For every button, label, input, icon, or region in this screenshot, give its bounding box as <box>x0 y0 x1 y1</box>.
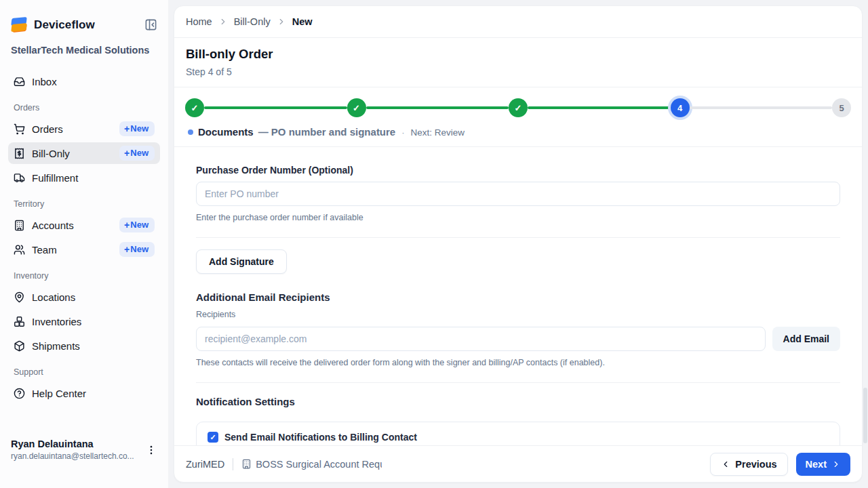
section-label-inventory: Inventory <box>14 271 155 281</box>
chevron-right-icon <box>277 17 286 26</box>
chevron-right-icon <box>831 460 841 469</box>
sidebar-item-accounts[interactable]: Accounts +New <box>8 214 160 236</box>
recipients-label: Recipients <box>196 310 840 319</box>
po-number-helper: Enter the purchase order number if avail… <box>196 213 840 222</box>
sidebar-item-label: Help Center <box>32 388 155 399</box>
new-bill-only-badge[interactable]: +New <box>119 146 155 161</box>
sidebar-item-label: Inventories <box>32 316 155 327</box>
caption-separator: · <box>401 127 404 138</box>
notification-settings-heading: Notification Settings <box>196 396 840 407</box>
main-area: Home Bill-Only New Bill-only Order Step … <box>168 0 868 488</box>
breadcrumb-bill-only[interactable]: Bill-Only <box>234 16 271 27</box>
plus-icon: + <box>124 220 130 230</box>
sidebar-item-label: Accounts <box>32 220 113 231</box>
new-orders-badge[interactable]: +New <box>119 121 155 136</box>
check-icon: ✓ <box>515 103 522 113</box>
check-icon: ✓ <box>191 103 199 113</box>
new-account-badge[interactable]: +New <box>119 218 155 232</box>
sidebar-nav: Inbox Orders Orders +New Bill-Only +New … <box>0 70 168 407</box>
sidebar-item-label: Bill-Only <box>32 148 113 159</box>
billing-checkbox-row: ✓ Send Email Notifications to Billing Co… <box>208 432 829 443</box>
package-icon <box>14 340 25 352</box>
plus-icon: + <box>124 245 130 254</box>
sidebar-item-label: Inbox <box>32 76 155 87</box>
stepper-section: ✓ ✓ ✓ 4 5 Documents — PO number and sign… <box>174 87 862 147</box>
plus-icon: + <box>124 124 130 134</box>
page-title: Bill-only Order <box>186 47 850 62</box>
next-button[interactable]: Next <box>796 453 850 476</box>
step-4-current: 4 <box>671 98 690 117</box>
user-menu-button[interactable] <box>145 444 157 456</box>
plus-icon: + <box>124 148 130 158</box>
vendor-name: ZuriMED <box>186 459 224 470</box>
step-connector <box>204 106 347 109</box>
recipients-input-row: Add Email <box>196 327 840 351</box>
add-signature-button[interactable]: Add Signature <box>196 249 287 274</box>
sidebar-item-inbox[interactable]: Inbox <box>8 70 160 92</box>
next-step-hint: Next: Review <box>411 127 465 138</box>
previous-button[interactable]: Previous <box>710 453 787 476</box>
sidebar-item-inventories[interactable]: Inventories <box>8 310 160 332</box>
step-connector <box>528 106 671 109</box>
step-indicator: Step 4 of 5 <box>186 66 850 77</box>
user-profile[interactable]: Ryan Delauintana ryan.delauintana@stella… <box>0 429 168 488</box>
sidebar-item-orders[interactable]: Orders +New <box>8 118 160 140</box>
sidebar-item-shipments[interactable]: Shipments <box>8 335 160 357</box>
app-name: Deviceflow <box>34 18 138 32</box>
po-number-input[interactable] <box>196 182 840 206</box>
user-info: Ryan Delauintana ryan.delauintana@stella… <box>11 439 145 461</box>
step-connector <box>366 106 509 109</box>
sidebar-item-label: Fulfillment <box>32 172 155 184</box>
building-icon <box>14 220 25 231</box>
sidebar-item-fulfillment[interactable]: Fulfillment <box>8 167 160 188</box>
sidebar-item-label: Team <box>32 244 113 256</box>
step-2-complete: ✓ <box>347 98 366 117</box>
current-step-description: — PO number and signature <box>258 126 396 138</box>
sidebar-item-locations[interactable]: Locations <box>8 286 160 308</box>
breadcrumb-new: New <box>292 16 313 27</box>
current-step-caption: Documents — PO number and signature · Ne… <box>185 126 851 138</box>
current-step-name: Documents <box>198 126 254 138</box>
sidebar-item-help-center[interactable]: Help Center <box>8 382 160 404</box>
chevron-left-icon <box>721 460 730 469</box>
step-1-complete: ✓ <box>185 98 204 117</box>
recipient-email-input[interactable] <box>196 327 766 351</box>
logo-row: Deviceflow <box>11 16 157 33</box>
current-step-dot-icon <box>188 129 193 135</box>
breadcrumb: Home Bill-Only New <box>174 6 862 38</box>
check-icon: ✓ <box>353 103 360 113</box>
chevron-right-icon <box>218 17 228 26</box>
map-pin-icon <box>14 291 25 303</box>
add-email-button[interactable]: Add Email <box>772 327 840 351</box>
breadcrumb-home[interactable]: Home <box>186 16 212 27</box>
wizard-footer: ZuriMED BOSS Surgical Account Reque Prev… <box>174 445 862 482</box>
user-name: Ryan Delauintana <box>11 439 145 449</box>
billing-notifications-checkbox[interactable]: ✓ <box>208 432 218 443</box>
section-divider <box>196 237 840 238</box>
deviceflow-logo-icon <box>11 16 28 33</box>
account-name: BOSS Surgical Account Reque <box>256 459 382 470</box>
building-icon <box>241 459 252 469</box>
account-reference: BOSS Surgical Account Reque <box>241 459 382 470</box>
sidebar: Deviceflow StellarTech Medical Solutions… <box>0 0 168 488</box>
user-email: ryan.delauintana@stellartech.co... <box>11 451 145 461</box>
sidebar-item-label: Locations <box>32 291 155 303</box>
page-scrollbar[interactable] <box>863 388 867 443</box>
sidebar-item-team[interactable]: Team +New <box>8 239 160 260</box>
section-label-support: Support <box>14 367 155 377</box>
step-3-complete: ✓ <box>509 98 528 117</box>
section-label-territory: Territory <box>14 199 155 209</box>
check-icon: ✓ <box>210 433 216 442</box>
step-5-upcoming: 5 <box>832 98 851 117</box>
panel-collapse-icon <box>144 18 157 31</box>
form-content: Purchase Order Number (Optional) Enter t… <box>174 147 862 445</box>
receipt-icon <box>14 148 25 159</box>
po-number-label: Purchase Order Number (Optional) <box>196 165 840 176</box>
progress-stepper: ✓ ✓ ✓ 4 5 <box>185 96 851 120</box>
section-label-orders: Orders <box>14 103 155 113</box>
new-team-badge[interactable]: +New <box>119 242 155 257</box>
inbox-icon <box>14 76 25 87</box>
sidebar-collapse-button[interactable] <box>144 18 157 31</box>
truck-icon <box>14 172 25 184</box>
sidebar-item-bill-only[interactable]: Bill-Only +New <box>8 142 160 164</box>
